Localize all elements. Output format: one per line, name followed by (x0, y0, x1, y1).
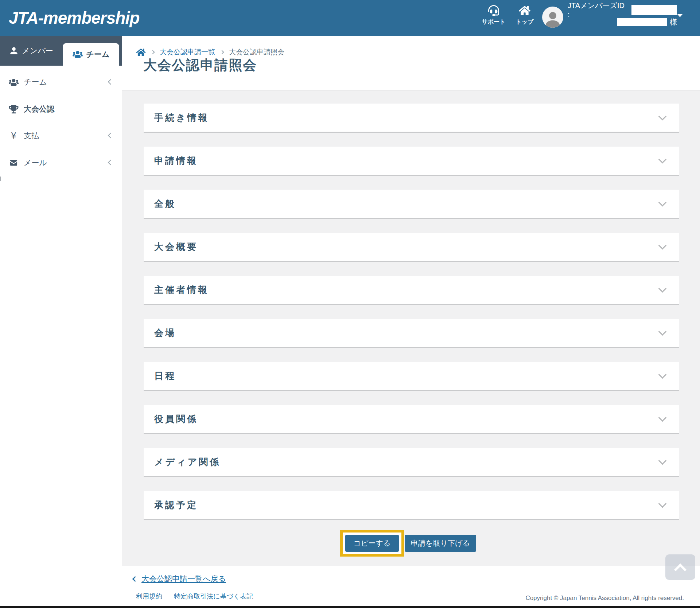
copy-button-highlight: コピーする (340, 530, 404, 557)
sidebar-item-label: 支払 (24, 131, 39, 141)
sidebar-item-label: メール (24, 158, 47, 168)
copy-button[interactable]: コピーする (345, 535, 399, 552)
top-button[interactable]: トップ (512, 5, 537, 26)
avatar[interactable] (542, 7, 563, 28)
breadcrumb-link-application-list[interactable]: 大会公認申請一覧 (160, 47, 215, 57)
page-title: 大会公認申請照会 (143, 56, 257, 74)
accordion-application-info[interactable]: 申請情報 (144, 147, 679, 176)
chevron-down-icon (658, 155, 667, 164)
member-icon (9, 46, 18, 55)
chevron-left-icon (108, 79, 114, 85)
accordion-schedule[interactable]: 日程 (144, 362, 679, 391)
chevron-down-icon (658, 328, 667, 336)
user-name-redacted (617, 18, 667, 26)
tab-member[interactable]: メンバー (0, 36, 63, 66)
chevron-down-icon (658, 414, 667, 422)
headset-icon (488, 5, 499, 16)
breadcrumb-separator-icon (220, 50, 224, 54)
chevron-down-icon (658, 198, 667, 207)
copyright: Copyright © Japan Tennis Association, Al… (525, 595, 684, 602)
yen-icon: ¥ (9, 131, 19, 140)
accordion-media[interactable]: メディア関係 (144, 448, 679, 477)
sidebar-item-team[interactable]: チーム (0, 69, 122, 96)
accordion-approval-schedule[interactable]: 承認予定 (144, 491, 679, 520)
commerce-law-link[interactable]: 特定商取引法に基づく表記 (174, 592, 253, 601)
bottom-window-bar (0, 606, 700, 608)
sidebar-tabbar: メンバー チーム (0, 36, 122, 66)
app-header: JTA-membership サポート トップ JTAメンバーズID : 様 (0, 0, 700, 36)
trophy-icon (9, 105, 19, 113)
support-label: サポート (482, 18, 505, 26)
chevron-down-icon (658, 371, 667, 379)
tab-member-label: メンバー (22, 46, 53, 56)
chevron-left-icon (108, 133, 114, 139)
accordion-organizer-info[interactable]: 主催者情報 (144, 276, 679, 305)
main-header-band: 大会公認申請一覧 大会公認申請照会 大会公認申請照会 (122, 36, 700, 90)
page: JTA-membership サポート トップ JTAメンバーズID : 様 (0, 0, 700, 608)
footer: 大会公認申請一覧へ戻る 利用規約 特定商取引法に基づく表記 Copyright … (122, 566, 700, 606)
chevron-down-icon (658, 112, 667, 121)
chevron-down-icon (658, 457, 667, 465)
tab-team-label: チーム (86, 49, 110, 59)
back-to-list-link[interactable]: 大会公認申請一覧へ戻る (133, 574, 226, 584)
withdraw-application-button[interactable]: 申請を取り下げる (405, 535, 476, 552)
sidebar-item-tournament-approval[interactable]: 大会公認 (0, 96, 122, 123)
sidebar-item-label: チーム (24, 77, 47, 87)
accordion-procedure-info[interactable]: 手続き情報 (144, 104, 679, 133)
team-icon (73, 50, 83, 58)
breadcrumb-separator-icon (151, 50, 155, 54)
breadcrumb-current: 大会公認申請照会 (229, 47, 284, 57)
sidebar: チーム 大会公認 ¥ 支払 メール (0, 66, 122, 608)
accordion-venue[interactable]: 会場 (144, 319, 679, 348)
left-edge-artifact (0, 177, 1, 181)
footer-links: 利用規約 特定商取引法に基づく表記 (136, 592, 253, 601)
accordion-tournament-overview[interactable]: 大会概要 (144, 233, 679, 262)
chevron-down-icon (658, 241, 667, 250)
user-menu[interactable]: JTAメンバーズID : 様 (568, 4, 677, 26)
accordion-general[interactable]: 全般 (144, 190, 679, 219)
chevron-up-icon (674, 564, 687, 576)
home-icon (519, 5, 530, 16)
accordion-officials[interactable]: 役員関係 (144, 405, 679, 434)
user-id-line: JTAメンバーズID : (568, 4, 677, 15)
honorific-label: 様 (670, 17, 677, 27)
chevron-down-icon (658, 500, 667, 508)
tab-team[interactable]: チーム (63, 43, 119, 66)
team-icon (9, 78, 19, 86)
support-button[interactable]: サポート (478, 5, 510, 26)
scroll-to-top-button[interactable] (665, 554, 695, 580)
mail-icon (9, 159, 19, 167)
chevron-left-icon (108, 160, 114, 166)
sidebar-item-mail[interactable]: メール (0, 149, 122, 176)
sidebar-item-label: 大会公認 (24, 104, 54, 114)
app-logo: JTA-membership (9, 8, 139, 28)
breadcrumb: 大会公認申請一覧 大会公認申請照会 (136, 47, 284, 57)
member-id-redacted (631, 5, 677, 15)
home-icon[interactable] (136, 48, 146, 57)
sidebar-item-payment[interactable]: ¥ 支払 (0, 122, 122, 149)
chevron-left-icon (132, 576, 138, 582)
chevron-down-icon (658, 284, 667, 293)
member-id-label: JTAメンバーズID : (568, 1, 629, 19)
user-menu-caret-icon (677, 14, 683, 17)
main-content: 手続き情報 申請情報 全般 大会概要 主催者情報 会場 日程 役員関係 メディア… (122, 90, 700, 566)
avatar-person-icon (543, 8, 563, 28)
terms-link[interactable]: 利用規約 (136, 592, 162, 601)
top-label: トップ (516, 18, 533, 26)
